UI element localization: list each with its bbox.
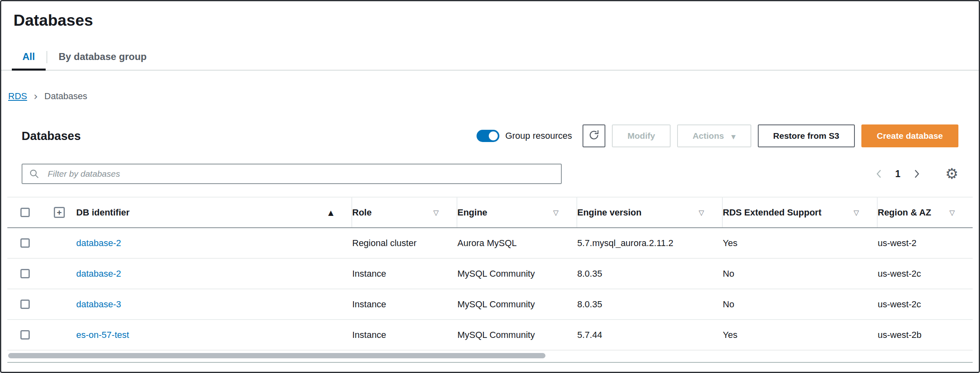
- breadcrumb-separator-icon: ›: [33, 92, 38, 101]
- breadcrumb: RDS › Databases: [8, 91, 979, 102]
- group-resources-control: Group resources: [477, 130, 572, 142]
- filter-input-wrapper: [22, 164, 562, 184]
- panel-actions: Group resources Modify Actions ▼ Restore: [477, 124, 958, 147]
- row-checkbox[interactable]: [20, 300, 30, 309]
- tab-all[interactable]: All: [12, 46, 46, 70]
- pagination: 1 ⚙: [873, 167, 958, 181]
- page-title: Databases: [13, 11, 979, 30]
- cell-db-identifier: database-2: [76, 228, 352, 258]
- cell-engine-version: 5.7.44: [577, 320, 723, 350]
- cell-db-identifier: database-2: [76, 259, 352, 289]
- row-checkbox-cell: [7, 320, 42, 350]
- row-checkbox-cell: [7, 228, 42, 258]
- modify-button[interactable]: Modify: [612, 124, 671, 147]
- column-header-region-az[interactable]: Region & AZ ▽: [878, 198, 973, 227]
- databases-panel: Databases Group resources: [7, 124, 973, 363]
- header-expand-cell: +: [42, 198, 76, 227]
- column-header-rds-extended-support[interactable]: RDS Extended Support ▽: [723, 198, 878, 227]
- row-expand-cell: [42, 289, 76, 319]
- row-checkbox[interactable]: [20, 330, 30, 340]
- refresh-icon: [588, 129, 600, 143]
- tab-bar: All By database group: [1, 46, 979, 71]
- cell-rds-extended-support: Yes: [723, 320, 878, 350]
- select-all-checkbox[interactable]: [20, 208, 30, 217]
- column-label: Role: [352, 207, 372, 218]
- row-checkbox-cell: [7, 259, 42, 289]
- refresh-button[interactable]: [583, 124, 605, 147]
- cell-db-identifier: database-3: [76, 289, 352, 319]
- pagination-previous-button[interactable]: [873, 167, 885, 181]
- group-resources-label: Group resources: [505, 131, 572, 141]
- horizontal-scrollbar[interactable]: [8, 353, 545, 358]
- tab-by-database-group[interactable]: By database group: [48, 46, 157, 70]
- cell-rds-extended-support: No: [723, 289, 878, 319]
- tab-all-label: All: [22, 51, 35, 62]
- table-row: database-2 Regional cluster Aurora MySQL…: [7, 228, 973, 259]
- rds-console-window: Databases All By database group RDS › Da…: [0, 0, 980, 373]
- table-row: es-on-57-test Instance MySQL Community 5…: [7, 320, 973, 351]
- pagination-next-button[interactable]: [911, 167, 923, 181]
- expand-all-icon[interactable]: +: [54, 207, 65, 218]
- cell-engine: MySQL Community: [457, 320, 577, 350]
- actions-button[interactable]: Actions ▼: [677, 124, 751, 147]
- cell-role: Instance: [352, 320, 457, 350]
- cell-role: Regional cluster: [352, 228, 457, 258]
- table-header-row: + DB identifier ▲ Role ▽ Engine ▽ Engine…: [7, 197, 973, 228]
- panel-title: Databases: [22, 129, 81, 143]
- actions-button-label: Actions: [693, 131, 724, 140]
- header-checkbox-cell: [7, 198, 42, 227]
- cell-role: Instance: [352, 259, 457, 289]
- group-resources-toggle[interactable]: [477, 130, 499, 142]
- cell-region-az: us-west-2c: [878, 259, 973, 289]
- toggle-knob: [489, 131, 498, 140]
- column-label: Engine version: [577, 207, 642, 218]
- column-filter-icon[interactable]: ▽: [949, 209, 955, 217]
- column-label: RDS Extended Support: [723, 207, 821, 218]
- db-identifier-link[interactable]: database-2: [76, 238, 121, 249]
- cell-region-az: us-west-2b: [878, 320, 973, 350]
- databases-table: + DB identifier ▲ Role ▽ Engine ▽ Engine…: [7, 197, 973, 351]
- cell-rds-extended-support: No: [723, 259, 878, 289]
- db-identifier-link[interactable]: database-3: [76, 299, 121, 310]
- column-header-role[interactable]: Role ▽: [352, 198, 457, 227]
- column-label: DB identifier: [76, 207, 130, 218]
- column-header-engine[interactable]: Engine ▽: [457, 198, 577, 227]
- filter-row: 1 ⚙: [7, 164, 973, 184]
- cell-region-az: us-west-2: [878, 228, 973, 258]
- create-database-button[interactable]: Create database: [861, 124, 958, 147]
- column-header-db-identifier[interactable]: DB identifier ▲: [76, 198, 352, 227]
- tab-divider: [46, 51, 47, 63]
- db-identifier-link[interactable]: es-on-57-test: [76, 330, 129, 340]
- filter-input[interactable]: [22, 164, 562, 184]
- column-filter-icon[interactable]: ▽: [553, 209, 558, 217]
- cell-role: Instance: [352, 289, 457, 319]
- row-expand-cell: [42, 259, 76, 289]
- column-filter-icon[interactable]: ▽: [854, 209, 859, 217]
- horizontal-scrollbar-track: [8, 353, 972, 359]
- cell-region-az: us-west-2c: [878, 289, 973, 319]
- table-row: database-3 Instance MySQL Community 8.0.…: [7, 289, 973, 320]
- cell-engine: Aurora MySQL: [457, 228, 577, 258]
- preferences-gear-icon[interactable]: ⚙: [945, 167, 958, 181]
- restore-from-s3-button[interactable]: Restore from S3: [758, 124, 855, 147]
- column-header-engine-version[interactable]: Engine version ▽: [577, 198, 723, 227]
- cell-engine: MySQL Community: [457, 259, 577, 289]
- breadcrumb-current: Databases: [44, 91, 87, 102]
- cell-engine-version: 8.0.35: [577, 259, 723, 289]
- db-identifier-link[interactable]: database-2: [76, 269, 121, 279]
- breadcrumb-link-rds[interactable]: RDS: [8, 91, 27, 102]
- table-row: database-2 Instance MySQL Community 8.0.…: [7, 259, 973, 289]
- caret-down-icon: ▼: [731, 133, 736, 140]
- cell-db-identifier: es-on-57-test: [76, 320, 352, 350]
- cell-engine-version: 5.7.mysql_aurora.2.11.2: [577, 228, 723, 258]
- column-filter-icon[interactable]: ▽: [699, 209, 704, 217]
- cell-engine: MySQL Community: [457, 289, 577, 319]
- row-expand-cell: [42, 228, 76, 258]
- pagination-current-page[interactable]: 1: [895, 169, 901, 180]
- column-filter-icon[interactable]: ▽: [433, 209, 439, 217]
- column-label: Region & AZ: [878, 207, 931, 218]
- cell-rds-extended-support: Yes: [723, 228, 878, 258]
- row-checkbox[interactable]: [20, 269, 30, 278]
- row-checkbox[interactable]: [20, 238, 30, 248]
- sort-ascending-icon[interactable]: ▲: [328, 209, 333, 217]
